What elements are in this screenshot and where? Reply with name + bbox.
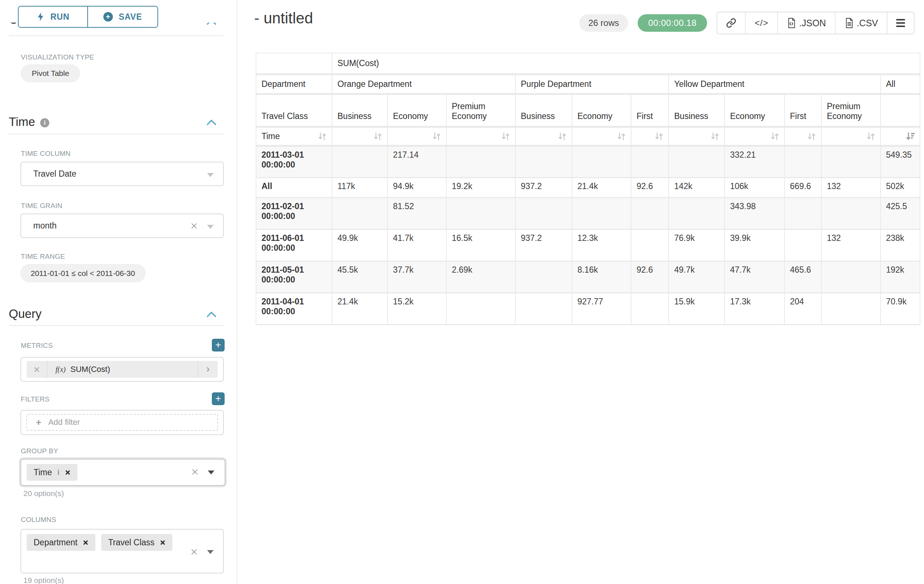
clear-icon[interactable] [191, 223, 198, 230]
result-toolbar: 26 rows 00:00:00.18 </> .JSON [579, 12, 914, 34]
columns-chip-department[interactable]: Department [26, 534, 95, 551]
sort-icon[interactable] [373, 132, 383, 141]
clear-all-icon[interactable] [191, 469, 198, 475]
pivot-value-cell: 937.2 [515, 178, 572, 197]
pivot-value-cell: 217.14 [388, 146, 446, 178]
pivot-value-cell: 343.98 [724, 197, 784, 229]
time-column-select[interactable]: Travel Date [20, 162, 224, 186]
sort-icon[interactable] [317, 132, 327, 141]
pivot-value-cell [784, 229, 822, 261]
columns-options-hint: 19 option(s) [23, 576, 64, 584]
clear-all-icon[interactable] [191, 549, 198, 556]
sort-header-cell [446, 127, 515, 146]
pivot-value-cell [446, 197, 515, 229]
control-panel: Chart Type RUN + SAVE VISUALIZATION TYPE… [0, 0, 238, 584]
sort-icon[interactable] [432, 132, 442, 141]
add-filter-dropzone[interactable]: + Add filter [26, 414, 218, 431]
time-row-header: 2011-03-01 00:00:00 [256, 146, 332, 178]
run-save-button-group: RUN + SAVE [18, 6, 158, 28]
time-axis-label: Time [261, 132, 280, 141]
sort-header-cell [784, 127, 822, 146]
department-header-cell: All [881, 74, 920, 94]
sort-icon[interactable] [807, 132, 817, 141]
remove-chip-icon[interactable] [65, 470, 71, 475]
filters-field: + Add filter [20, 410, 224, 435]
pivot-value-cell: 49.9k [332, 229, 388, 261]
metric-name: SUM(Cost) [71, 365, 110, 374]
pivot-table-container: SUM(Cost)DepartmentOrange DepartmentPurp… [256, 53, 920, 325]
filters-label: FILTERS [21, 395, 50, 403]
chevron-right-icon[interactable]: › [198, 361, 218, 378]
sort-icon[interactable] [710, 132, 720, 141]
group-by-select[interactable]: Time i [20, 459, 225, 486]
pivot-value-cell: 19.2k [446, 178, 515, 197]
chart-title[interactable]: - untitled [254, 10, 313, 27]
run-button[interactable]: RUN [19, 7, 88, 27]
sort-desc-icon[interactable] [905, 132, 915, 141]
time-section-header[interactable]: Time i [9, 115, 49, 129]
pivot-value-cell [822, 197, 881, 229]
sort-icon[interactable] [770, 132, 780, 141]
time-row-header: 2011-04-01 00:00:00 [256, 293, 332, 324]
pivot-value-cell: 49.7k [669, 261, 724, 293]
visualization-type-value[interactable]: Pivot Table [21, 64, 80, 82]
pivot-value-cell [784, 197, 822, 229]
visualization-type-label: VISUALIZATION TYPE [21, 53, 94, 61]
metric-header-cell: SUM(Cost) [332, 53, 920, 74]
pivot-value-cell: 2.69k [446, 261, 515, 293]
pivot-value-cell: 15.9k [669, 293, 724, 324]
chevron-up-icon[interactable] [207, 119, 216, 125]
pivot-value-cell: 465.6 [784, 261, 822, 293]
metric-chip[interactable]: f(x) SUM(Cost) › [26, 361, 218, 378]
travel-class-axis-label: Travel Class [256, 94, 332, 127]
sort-icon[interactable] [866, 132, 876, 141]
sort-icon[interactable] [654, 132, 664, 141]
time-row-header: 2011-05-01 00:00:00 [256, 261, 332, 293]
sort-icon[interactable] [557, 132, 567, 141]
pivot-value-cell [515, 146, 572, 178]
sort-header-cell [881, 127, 920, 146]
time-grain-select[interactable]: month [20, 214, 224, 238]
export-json-button[interactable]: .JSON [778, 12, 836, 34]
time-range-value[interactable]: 2011-01-01 ≤ col < 2011-06-30 [20, 264, 145, 282]
group-by-chip-time[interactable]: Time i [26, 464, 78, 481]
columns-chip-travel-class[interactable]: Travel Class [101, 534, 172, 551]
save-button[interactable]: + SAVE [88, 7, 157, 27]
columns-label: COLUMNS [21, 516, 56, 524]
pivot-value-cell: 8.16k [572, 261, 631, 293]
remove-chip-icon[interactable] [83, 540, 88, 545]
sort-icon[interactable] [617, 132, 626, 141]
class-header-cell: Economy [388, 94, 446, 127]
class-header-cell: Economy [724, 94, 784, 127]
columns-select[interactable]: Department Travel Class [20, 529, 224, 573]
remove-chip-icon[interactable] [160, 540, 165, 545]
sort-icon[interactable] [501, 132, 511, 141]
pivot-value-cell [446, 146, 515, 178]
corner-cell [256, 53, 332, 74]
export-csv-button[interactable]: .CSV [836, 12, 888, 34]
time-column-label: TIME COLUMN [21, 150, 71, 158]
x-icon [34, 367, 40, 373]
pivot-value-cell: 45.5k [332, 261, 388, 293]
embed-code-button[interactable]: </> [746, 12, 778, 34]
chevron-up-icon[interactable] [207, 311, 216, 317]
share-link-button[interactable] [717, 12, 746, 34]
more-menu-button[interactable] [888, 12, 914, 34]
divider [9, 133, 223, 134]
pivot-value-cell: 502k [881, 178, 920, 197]
pivot-value-cell: 937.2 [515, 229, 572, 261]
add-filter-button[interactable]: + [212, 392, 224, 405]
add-metric-button[interactable]: + [212, 339, 224, 352]
pivot-value-cell: 15.2k [388, 293, 446, 324]
pivot-value-cell: 549.35 [881, 146, 920, 178]
remove-metric-button[interactable] [26, 361, 48, 378]
pivot-value-cell [572, 197, 631, 229]
pivot-value-cell: 425.5 [881, 197, 920, 229]
group-by-options-hint: 20 option(s) [23, 489, 64, 498]
class-header-cell: First [784, 94, 822, 127]
pivot-value-cell: 117k [332, 178, 388, 197]
pivot-value-cell [822, 146, 881, 178]
class-header-cell: Economy [572, 94, 631, 127]
pivot-value-cell: 132 [822, 229, 881, 261]
pivot-value-cell [446, 293, 515, 324]
